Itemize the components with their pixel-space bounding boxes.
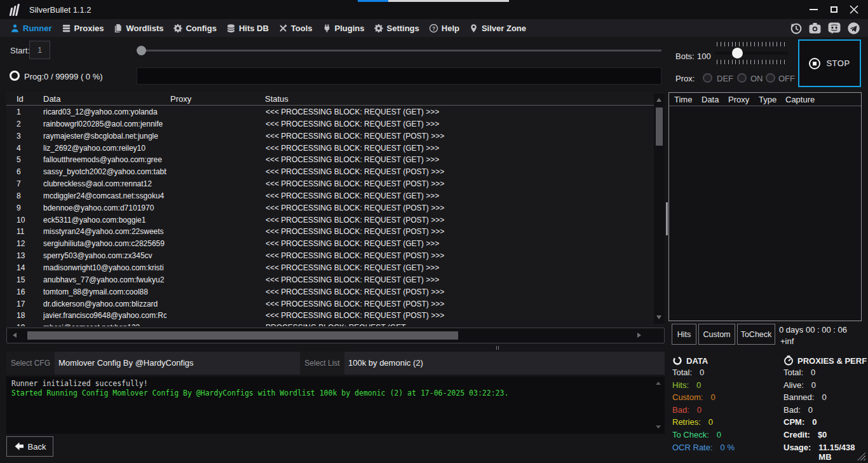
- vertical-scroll-thumb[interactable]: [656, 107, 663, 146]
- nav-help[interactable]: ? Help: [429, 24, 459, 33]
- stat-row: Banned:0: [783, 392, 868, 405]
- table-horizontal-scrollbar[interactable]: [6, 328, 665, 343]
- history-icon[interactable]: [789, 22, 803, 35]
- data-stats-title: DATA: [686, 356, 708, 366]
- table-row[interactable]: 13sperry503@yahoo.com:zx345cv<<< PROCESS…: [6, 250, 653, 262]
- table-row[interactable]: 2rainbowgrl020285@aol.com:jennife<<< PRO…: [6, 118, 653, 130]
- table-row[interactable]: 5falloutthreemods@yahoo.com:gree<<< PROC…: [6, 154, 653, 166]
- stop-button[interactable]: STOP: [798, 39, 861, 87]
- maximize-button[interactable]: [824, 0, 844, 19]
- nav-tools[interactable]: Tools: [278, 24, 313, 33]
- row-id: 16: [17, 286, 25, 298]
- bottom-splitter-handle[interactable]: [496, 346, 501, 350]
- log-scroll-down-icon[interactable]: [656, 425, 661, 429]
- table-vertical-scrollbar[interactable]: [654, 93, 665, 324]
- scroll-down-icon[interactable]: [656, 315, 661, 319]
- start-position-slider[interactable]: [137, 46, 661, 56]
- table-row[interactable]: 10eck5311@yahoo.com:boggie1<<< PROCESSIN…: [6, 214, 653, 226]
- select-list-button[interactable]: Select List: [300, 352, 344, 375]
- col-data: Data: [43, 94, 60, 104]
- scroll-left-icon[interactable]: [13, 333, 17, 338]
- scroll-up-icon[interactable]: [656, 98, 661, 102]
- close-icon: [850, 5, 858, 14]
- prox-on-radio[interactable]: [737, 73, 747, 83]
- row-status: <<< PROCESSING BLOCK: REQUEST (GET) >>>: [266, 238, 439, 250]
- nav-hits-db-label: Hits DB: [239, 24, 269, 33]
- back-button[interactable]: Back: [6, 436, 53, 457]
- row-id: 9: [17, 202, 21, 214]
- nav-settings[interactable]: Settings: [374, 24, 419, 33]
- nav-proxies[interactable]: Proxies: [62, 24, 104, 33]
- row-status: <<< PROCESSING BLOCK: REQUEST (POST) >>>: [266, 250, 444, 262]
- nav-silver-zone[interactable]: Silver Zone: [469, 24, 526, 33]
- results-rows: 1ricard03_12@yahoo.com:yolanda<<< PROCES…: [6, 106, 653, 326]
- row-data: sperry503@yahoo.com:zx345cv: [43, 250, 166, 262]
- tab-hits[interactable]: Hits: [672, 324, 696, 345]
- table-row[interactable]: 1ricard03_12@yahoo.com:yolanda<<< PROCES…: [6, 106, 653, 118]
- scroll-right-icon[interactable]: [637, 333, 641, 338]
- select-cfg-button[interactable]: Select CFG: [6, 352, 55, 375]
- nav-hits-db[interactable]: Hits DB: [226, 24, 269, 33]
- nav-configs[interactable]: Configs: [173, 24, 216, 33]
- log-scroll-up-icon[interactable]: [656, 382, 661, 385]
- horizontal-scroll-thumb[interactable]: [27, 331, 458, 340]
- nav-wordlists[interactable]: Wordlists: [113, 24, 163, 33]
- row-status: <<< PROCESSING BLOCK: REQUEST (POST) >>>: [266, 130, 444, 142]
- prox-off-radio[interactable]: [766, 73, 775, 83]
- row-id: 1: [17, 106, 21, 118]
- tab-tocheck[interactable]: ToCheck: [737, 324, 775, 345]
- bots-slider[interactable]: [715, 42, 788, 70]
- window-controls: [803, 0, 864, 19]
- row-id: 2: [17, 118, 21, 130]
- table-row[interactable]: 19mbasi@comcast.net:ban123PROCESSING BLO…: [6, 322, 653, 326]
- discord-icon[interactable]: [827, 22, 841, 35]
- log-console[interactable]: Runner initialized succesfully!Started R…: [6, 377, 665, 434]
- row-status: <<< PROCESSING BLOCK: REQUEST (GET) >>>: [266, 274, 439, 286]
- row-status: <<< PROCESSING BLOCK: REQUEST (POST) >>>: [266, 310, 444, 322]
- back-label: Back: [28, 442, 46, 452]
- table-row[interactable]: 4liz_2692@yahoo.com:reiley10<<< PROCESSI…: [6, 142, 653, 155]
- table-row[interactable]: 9bdennoe@yahoo.com:d7101970<<< PROCESSIN…: [6, 202, 653, 214]
- nav-runner[interactable]: Runner: [10, 24, 52, 33]
- close-button[interactable]: [844, 0, 864, 19]
- table-row[interactable]: 11misstyran24@yahoo.com:22sweets<<< PROC…: [6, 226, 653, 238]
- table-row[interactable]: 12sergiuhiliuta@yahoo.com:c2825659<<< PR…: [6, 238, 653, 250]
- table-row[interactable]: 15anubhavs_77@yahoo.com:fwukyu2<<< PROCE…: [6, 274, 653, 286]
- minimize-button[interactable]: [803, 0, 824, 19]
- panel-splitter-handle[interactable]: [666, 202, 668, 235]
- log-line: Runner initialized succesfully!: [11, 379, 652, 389]
- table-row[interactable]: 14madisonwright10@yahoo.com:kristi<<< PR…: [6, 262, 653, 274]
- row-data: anubhavs_77@yahoo.com:fwukyu2: [43, 274, 166, 286]
- telegram-icon[interactable]: [847, 22, 860, 35]
- stat-row: Total:0: [783, 368, 868, 380]
- table-row[interactable]: 18javier.francisco9648@yahoo.com:Rc<<< P…: [6, 310, 653, 322]
- table-row[interactable]: 16tomtom_88@ymail.com:cool88<<< PROCESSI…: [6, 286, 653, 298]
- row-status: <<< PROCESSING BLOCK: REQUEST (GET) >>>: [266, 142, 439, 155]
- stat-value: 0: [700, 368, 704, 380]
- table-row[interactable]: 17dr.dickerson@yahoo.com:blizzard<<< PRO…: [6, 298, 653, 310]
- stat-label: Retries:: [672, 417, 701, 430]
- slider-ticks: [717, 42, 787, 46]
- stat-value: 0: [812, 417, 817, 430]
- silverbullet-logo-icon: [10, 3, 18, 16]
- row-id: 12: [17, 238, 25, 250]
- stat-row: Bad:0: [783, 405, 868, 418]
- start-input[interactable]: [29, 41, 50, 59]
- stat-row: Hits:0: [672, 380, 782, 393]
- table-row[interactable]: 8mcdiggler24@comcast.net:ssgoku4<<< PROC…: [6, 190, 653, 202]
- table-row[interactable]: 7clubreckless@aol.com:rennat12<<< PROCES…: [6, 178, 653, 190]
- table-row[interactable]: 6sassy_byotch2002@yahoo.com:tabb<<< PROC…: [6, 166, 653, 178]
- slider-thumb[interactable]: [137, 46, 146, 55]
- table-row[interactable]: 3raymajester@sbcglobal.net:jungle<<< PRO…: [6, 130, 653, 142]
- tab-custom[interactable]: Custom: [698, 324, 735, 345]
- stat-value: 0: [717, 430, 721, 443]
- bots-slider-thumb[interactable]: [732, 48, 743, 59]
- prox-def-radio[interactable]: [703, 73, 712, 83]
- row-id: 3: [17, 130, 21, 142]
- nav-runner-label: Runner: [23, 24, 52, 33]
- nav-plugins[interactable]: Plugins: [322, 24, 365, 33]
- progress-ring-icon: [10, 71, 20, 81]
- proxies-stats-panel: PROXIES & PERF Total:0Alive:0Banned:0Bad…: [783, 354, 868, 455]
- screenshot-icon[interactable]: [808, 22, 822, 35]
- stop-icon: [809, 58, 820, 69]
